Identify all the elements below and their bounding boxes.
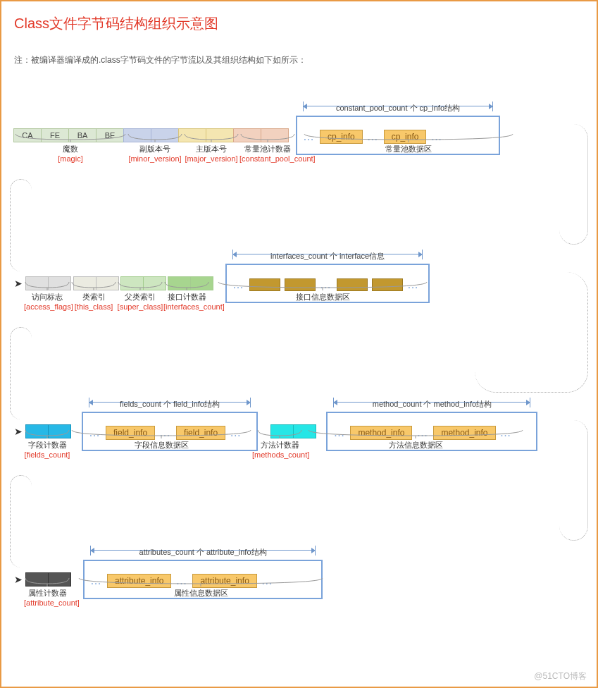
watermark: @51CTO博客 — [534, 670, 587, 682]
row-1: CA FE BA BE constant_pool_count 个 — [14, 116, 584, 200]
magic-label: 魔数[magic] — [14, 134, 127, 163]
row-3: ➤ fields_count 个 field_info结构 … field_in… — [14, 412, 584, 496]
row-2: ➤ interfaces_count 个 interface信息 … … … — [14, 264, 584, 348]
diagram-page: Class文件字节码结构组织示意图 注：被编译器编译成的.class字节码文件的… — [0, 0, 598, 688]
row-4: ➤ attributes_count 个 attribute_info结构 … … — [14, 560, 584, 644]
minor-label: 副版本号[minor_version] — [127, 134, 183, 163]
major-label: 主版本号[major_version] — [183, 134, 239, 163]
field-top-label: fields_count 个 field_info结构 — [83, 399, 256, 410]
ifdata-label: 接口信息数据区 — [217, 282, 428, 311]
access-label: 访问标志[access_flags] — [24, 282, 70, 311]
cpinfo-top-label: constant_pool_count 个 cp_info结构 — [297, 103, 499, 113]
attrcount-label: 属性计数器[attribute_count] — [24, 578, 70, 607]
cpcount-label: 常量池计数器[constant_pool_count] — [239, 134, 296, 163]
methodcount-label: 方法计数器[methods_count] — [252, 430, 307, 459]
this-label: 类索引[this_class] — [70, 282, 117, 311]
continuation-arrow-icon: ➤ — [14, 572, 23, 587]
intro-note: 注：被编译器编译成的.class字节码文件的字节流以及其组织结构如下如所示： — [14, 54, 584, 66]
super-label: 父类索引[super_class] — [117, 282, 163, 311]
page-title: Class文件字节码结构组织示意图 — [14, 14, 584, 33]
fielddata-label: 字段信息数据区 — [70, 430, 252, 459]
continuation-arrow-icon: ➤ — [14, 276, 23, 290]
method-top-label: method_count 个 method_info结构 — [328, 399, 536, 410]
cpdata-label: 常量池数据区 — [303, 134, 514, 163]
fieldcount-label: 字段计数器[fields_count] — [24, 430, 70, 459]
ifcnt-label: 接口计数器[interfaces_count] — [163, 282, 210, 311]
attrdata-label: 属性信息数据区 — [77, 578, 324, 607]
interface-top-label: interfaces_count 个 interface信息 — [227, 251, 428, 262]
continuation-arrow-icon: ➤ — [14, 424, 23, 438]
attribute-top-label: attributes_count 个 attribute_info结构 — [85, 547, 321, 558]
methoddata-label: 方法信息数据区 — [307, 430, 524, 459]
